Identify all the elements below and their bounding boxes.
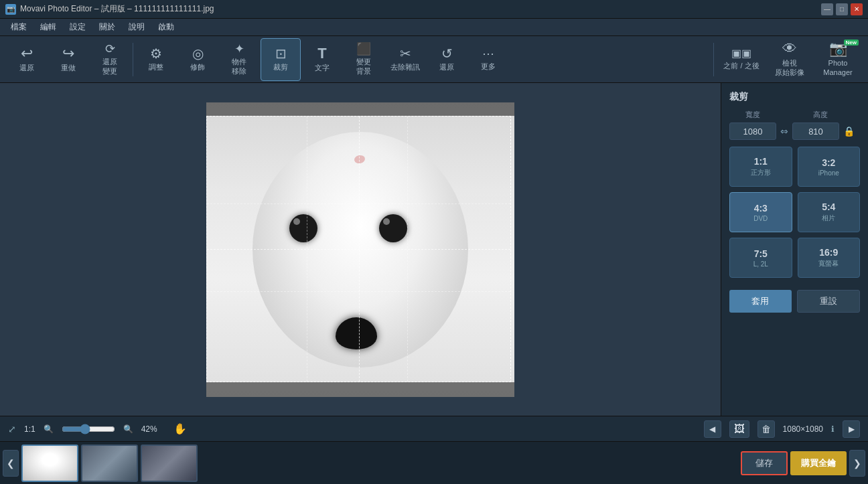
restore-button[interactable]: ↺ 還原 <box>427 38 467 81</box>
zoom-in-icon[interactable]: 🔍 <box>123 424 133 434</box>
menu-help[interactable]: 說明 <box>123 20 150 34</box>
menu-edit[interactable]: 編輯 <box>35 20 62 34</box>
content-area: 裁剪 寬度 高度 ⇔ 🔒 1:1 <box>0 83 868 416</box>
preview-original-button[interactable]: 👁 檢視原始影像 <box>766 38 813 81</box>
revert-icon: ⟳ <box>105 43 115 55</box>
status-bar: ⤢ 1:1 🔍 🔍 42% ✋ ◀ 🖼 🗑 1080×1080 ℹ ▶ <box>0 416 868 441</box>
ratio-1-1-button[interactable]: 1:1 正方形 <box>729 147 792 187</box>
erase-bg-icon: ✂ <box>400 47 411 60</box>
retouch-icon: ◎ <box>192 47 204 60</box>
ratio-5-4-value: 5:4 <box>822 201 835 212</box>
text-button[interactable]: T 文字 <box>302 38 342 81</box>
crop-box[interactable] <box>206 116 511 382</box>
filmstrip-thumb-2[interactable] <box>81 445 138 482</box>
maximize-button[interactable]: □ <box>836 3 848 15</box>
crop-button[interactable]: ⊡ 裁剪 <box>261 38 301 81</box>
more-label: 更多 <box>481 62 496 71</box>
restore-label: 還原 <box>439 63 454 72</box>
thumb-3-image <box>142 446 196 481</box>
thumb-2-image <box>82 446 137 481</box>
minimize-button[interactable]: — <box>821 3 833 15</box>
bg-change-icon: ⬛ <box>356 43 371 55</box>
object-remove-icon: ✦ <box>234 43 244 55</box>
filmstrip-prev-button[interactable]: ❮ <box>3 450 19 477</box>
filmstrip-thumb-1[interactable] <box>21 445 78 482</box>
info-icon[interactable]: ℹ <box>831 424 835 434</box>
lock-icon[interactable]: 🔒 <box>843 126 855 137</box>
tool-group-main: ⚙ 調整 ◎ 修飾 ✦ 物件移除 ⊡ 裁剪 T 文字 ⬛ 變更背景 <box>136 38 508 81</box>
filmstrip-next-button[interactable]: ❯ <box>849 450 865 477</box>
more-button[interactable]: ⋯ 更多 <box>468 38 508 81</box>
menu-activate[interactable]: 啟動 <box>153 20 179 34</box>
close-button[interactable]: ✕ <box>851 3 863 15</box>
width-label: 寬度 <box>729 110 776 120</box>
ratio-7-5-button[interactable]: 7:5 L, 2L <box>729 238 792 278</box>
image-type-icon[interactable]: 🖼 <box>729 420 749 438</box>
zoom-percent: 42% <box>141 424 165 434</box>
apply-button[interactable]: 套用 <box>729 290 792 313</box>
crop-dark-top <box>206 102 514 116</box>
retouch-button[interactable]: ◎ 修飾 <box>177 38 218 81</box>
menu-settings[interactable]: 設定 <box>64 20 91 34</box>
crop-dark-bottom <box>206 382 514 397</box>
reset-button[interactable]: 重設 <box>797 290 861 313</box>
ratio-4-3-button[interactable]: 4:3 DVD <box>729 192 792 232</box>
ratio-3-2-value: 3:2 <box>822 157 835 168</box>
object-remove-button[interactable]: ✦ 物件移除 <box>219 38 259 81</box>
redo-icon: ↪ <box>62 46 74 61</box>
text-icon: T <box>317 46 326 61</box>
title-text: Movavi Photo Editor – 試用版 – 111111111111… <box>20 3 214 15</box>
bg-change-label: 變更背景 <box>356 58 371 75</box>
ratio-4-3-name: DVD <box>753 215 768 222</box>
crop-icon: ⊡ <box>275 47 287 60</box>
menu-about[interactable]: 關於 <box>94 20 121 34</box>
bg-change-button[interactable]: ⬛ 變更背景 <box>344 38 384 81</box>
ratio-16-9-value: 16:9 <box>819 247 838 258</box>
ratio-4-3-value: 4:3 <box>754 203 768 214</box>
right-panel: 裁剪 寬度 高度 ⇔ 🔒 1:1 <box>721 83 868 416</box>
nav-prev-button[interactable]: ◀ <box>704 420 721 438</box>
height-input[interactable] <box>792 123 839 140</box>
erase-bg-button[interactable]: ✂ 去除雜訊 <box>385 38 425 81</box>
buy-button[interactable]: 購買全鑰 <box>790 451 847 475</box>
expand-icon[interactable]: ⤢ <box>8 424 16 434</box>
title-bar-left: 📷 Movavi Photo Editor – 試用版 – 1111111111… <box>5 3 214 15</box>
zoom-out-icon[interactable]: 🔍 <box>44 424 54 434</box>
ratio-7-5-value: 7:5 <box>754 248 768 259</box>
before-after-icon: ▣▣ <box>731 48 751 59</box>
trash-button[interactable]: 🗑 <box>757 420 775 438</box>
crop-overlay[interactable] <box>206 102 514 397</box>
ratio-5-4-button[interactable]: 5:4 相片 <box>798 192 861 232</box>
filmstrip: ❮ 儲存 購買全鑰 ❯ <box>0 441 868 484</box>
toolbar-right: ▣▣ 之前 / 之後 👁 檢視原始影像 New 📷 PhotoManager <box>711 38 861 81</box>
ratio-16-9-name: 寬螢幕 <box>818 259 839 268</box>
title-bar: 📷 Movavi Photo Editor – 試用版 – 1111111111… <box>0 0 868 19</box>
hand-icon[interactable]: ✋ <box>173 422 187 435</box>
adjust-icon: ⚙ <box>150 47 162 60</box>
ratio-5-4-name: 相片 <box>822 214 835 223</box>
object-remove-label: 物件移除 <box>232 58 246 75</box>
width-input[interactable] <box>729 123 776 140</box>
crosshair-v <box>359 116 360 382</box>
ratio-1-1-name: 正方形 <box>751 168 771 177</box>
redo-button[interactable]: ↪ 重做 <box>48 38 88 81</box>
menu-file[interactable]: 檔案 <box>5 20 32 34</box>
link-icon[interactable]: ⇔ <box>780 126 788 137</box>
ratio-3-2-button[interactable]: 3:2 iPhone <box>798 147 861 187</box>
adjust-button[interactable]: ⚙ 調整 <box>136 38 176 81</box>
zoom-slider[interactable] <box>62 424 115 434</box>
dim-labels-row: 寬度 高度 <box>729 110 860 120</box>
crop-label: 裁剪 <box>273 63 288 72</box>
ratio-16-9-button[interactable]: 16:9 寬螢幕 <box>798 238 861 278</box>
redo-label: 重做 <box>61 64 76 72</box>
menu-bar: 檔案 編輯 設定 關於 說明 啟動 <box>0 19 868 36</box>
revert-button[interactable]: ⟳ 還原變更 <box>90 38 130 81</box>
photo-manager-button[interactable]: New 📷 PhotoManager <box>814 38 861 81</box>
photo-manager-label: PhotoManager <box>823 59 852 76</box>
undo-button[interactable]: ↩ 還原 <box>7 38 47 81</box>
spacer <box>780 110 794 120</box>
before-after-button[interactable]: ▣▣ 之前 / 之後 <box>718 38 765 81</box>
save-button[interactable]: 儲存 <box>741 451 788 475</box>
nav-next-button[interactable]: ▶ <box>843 420 860 438</box>
filmstrip-thumb-3[interactable] <box>141 445 198 482</box>
